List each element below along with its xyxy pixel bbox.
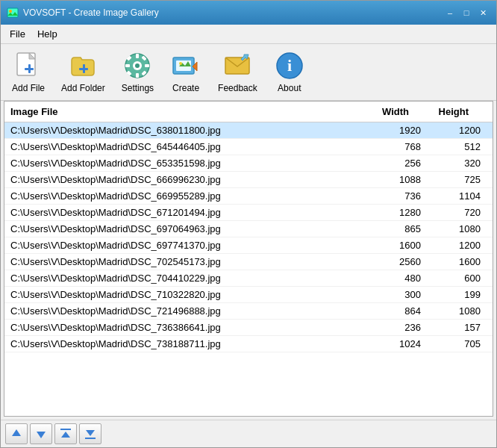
feedback-label: Feedback — [218, 83, 257, 93]
move-down-icon — [34, 427, 48, 441]
table-row[interactable]: C:\Users\V\Desktop\Madrid\DSC_638011800.… — [4, 122, 493, 139]
svg-marker-25 — [12, 429, 21, 436]
cell-height: 1080 — [433, 221, 493, 237]
cell-file: C:\Users\V\Desktop\Madrid\DSC_702545173.… — [4, 254, 373, 270]
settings-icon — [122, 51, 152, 81]
cell-file: C:\Users\V\Desktop\Madrid\DSC_721496888.… — [4, 303, 373, 319]
menu-help[interactable]: Help — [31, 26, 63, 42]
cell-height: 1600 — [433, 254, 493, 270]
move-down-button[interactable] — [30, 423, 52, 444]
svg-point-9 — [135, 63, 140, 68]
create-button[interactable]: Create — [163, 47, 208, 97]
about-button[interactable]: i About — [267, 47, 312, 97]
svg-marker-26 — [37, 432, 46, 438]
table-row[interactable]: C:\Users\V\Desktop\Madrid\DSC_669955289.… — [4, 188, 493, 205]
move-up-button[interactable] — [5, 423, 28, 444]
table-row[interactable]: C:\Users\V\Desktop\Madrid\DSC_704410229.… — [4, 270, 493, 287]
cell-file: C:\Users\V\Desktop\Madrid\DSC_669955289.… — [4, 188, 373, 204]
cell-file: C:\Users\V\Desktop\Madrid\DSC_710322820.… — [4, 287, 373, 302]
move-up-icon — [10, 427, 23, 441]
table-row[interactable]: C:\Users\V\Desktop\Madrid\DSC_736386641.… — [4, 320, 493, 336]
svg-point-20 — [179, 62, 182, 65]
cell-height: 1200 — [433, 122, 493, 138]
svg-rect-11 — [136, 73, 139, 78]
add-file-icon — [13, 51, 43, 81]
cell-width: 256 — [373, 155, 433, 171]
svg-marker-30 — [86, 430, 95, 436]
add-file-button[interactable]: Add File — [5, 47, 51, 97]
maximize-button[interactable]: □ — [459, 5, 474, 20]
cell-height: 512 — [433, 139, 493, 155]
table-row[interactable]: C:\Users\V\Desktop\Madrid\DSC_702545173.… — [4, 254, 493, 270]
app-icon — [7, 7, 19, 19]
cell-width: 1280 — [373, 205, 433, 220]
feedback-button[interactable]: Feedback — [211, 47, 264, 97]
cell-height: 705 — [433, 336, 493, 352]
table-row[interactable]: C:\Users\V\Desktop\Madrid\DSC_697741370.… — [4, 237, 493, 254]
table-row[interactable]: C:\Users\V\Desktop\Madrid\DSC_645446405.… — [4, 139, 493, 155]
cell-height: 320 — [433, 155, 493, 171]
svg-marker-28 — [61, 432, 70, 438]
add-file-label: Add File — [12, 83, 45, 93]
cell-width: 300 — [373, 287, 433, 302]
title-bar: VOVSOFT - Create Image Gallery – □ ✕ — [1, 1, 496, 25]
table-row[interactable]: C:\Users\V\Desktop\Madrid\DSC_653351598.… — [4, 155, 493, 172]
add-folder-icon — [68, 51, 98, 81]
cell-width: 2560 — [373, 254, 433, 270]
create-label: Create — [172, 83, 199, 93]
title-bar-left: VOVSOFT - Create Image Gallery — [7, 7, 159, 19]
cell-file: C:\Users\V\Desktop\Madrid\DSC_697064963.… — [4, 221, 373, 237]
table-row[interactable]: C:\Users\V\Desktop\Madrid\DSC_710322820.… — [4, 287, 493, 303]
cell-width: 480 — [373, 270, 433, 286]
move-top-icon — [59, 427, 72, 441]
svg-rect-13 — [145, 64, 149, 67]
svg-rect-12 — [125, 64, 130, 67]
cell-file: C:\Users\V\Desktop\Madrid\DSC_736386641.… — [4, 320, 373, 335]
table-header: Image File Width Height — [4, 102, 493, 122]
move-bottom-button[interactable] — [79, 423, 101, 444]
content-area: Image File Width Height C:\Users\V\Deskt… — [4, 101, 493, 417]
add-folder-button[interactable]: Add Folder — [54, 47, 112, 97]
cell-height: 1104 — [433, 188, 493, 204]
col-image-file: Image File — [4, 105, 361, 119]
move-top-button[interactable] — [54, 423, 77, 444]
col-height: Height — [421, 105, 481, 119]
cell-file: C:\Users\V\Desktop\Madrid\DSC_653351598.… — [4, 155, 373, 171]
cell-file: C:\Users\V\Desktop\Madrid\DSC_697741370.… — [4, 237, 373, 253]
table-row[interactable]: C:\Users\V\Desktop\Madrid\DSC_666996230.… — [4, 172, 493, 188]
cell-width: 1920 — [373, 122, 433, 138]
close-button[interactable]: ✕ — [475, 5, 490, 20]
table-body[interactable]: C:\Users\V\Desktop\Madrid\DSC_638011800.… — [4, 122, 493, 416]
move-bottom-icon — [84, 427, 97, 441]
settings-button[interactable]: Settings — [115, 47, 160, 97]
feedback-icon — [222, 51, 252, 81]
cell-file: C:\Users\V\Desktop\Madrid\DSC_638011800.… — [4, 122, 373, 138]
cell-file: C:\Users\V\Desktop\Madrid\DSC_738188711.… — [4, 336, 373, 352]
svg-rect-6 — [83, 64, 85, 73]
window-title: VOVSOFT - Create Image Gallery — [23, 7, 159, 18]
cell-height: 720 — [433, 205, 493, 220]
about-icon: i — [275, 51, 304, 81]
settings-label: Settings — [122, 83, 154, 93]
menu-bar: File Help — [1, 25, 496, 44]
cell-width: 1600 — [373, 237, 433, 253]
cell-width: 1088 — [373, 172, 433, 187]
menu-file[interactable]: File — [4, 26, 31, 42]
svg-rect-0 — [7, 8, 18, 17]
add-folder-label: Add Folder — [61, 83, 105, 93]
minimize-button[interactable]: – — [443, 5, 457, 20]
cell-height: 725 — [433, 172, 493, 187]
svg-rect-4 — [28, 64, 31, 73]
cell-file: C:\Users\V\Desktop\Madrid\DSC_671201494.… — [4, 205, 373, 220]
cell-height: 1200 — [433, 237, 493, 253]
table-row[interactable]: C:\Users\V\Desktop\Madrid\DSC_697064963.… — [4, 221, 493, 237]
cell-width: 736 — [373, 188, 433, 204]
table-row[interactable]: C:\Users\V\Desktop\Madrid\DSC_738188711.… — [4, 336, 493, 352]
cell-file: C:\Users\V\Desktop\Madrid\DSC_704410229.… — [4, 270, 373, 286]
cell-width: 865 — [373, 221, 433, 237]
cell-width: 864 — [373, 303, 433, 319]
table-row[interactable]: C:\Users\V\Desktop\Madrid\DSC_671201494.… — [4, 205, 493, 221]
cell-width: 1024 — [373, 336, 433, 352]
table-row[interactable]: C:\Users\V\Desktop\Madrid\DSC_721496888.… — [4, 303, 493, 320]
create-icon — [171, 51, 201, 81]
